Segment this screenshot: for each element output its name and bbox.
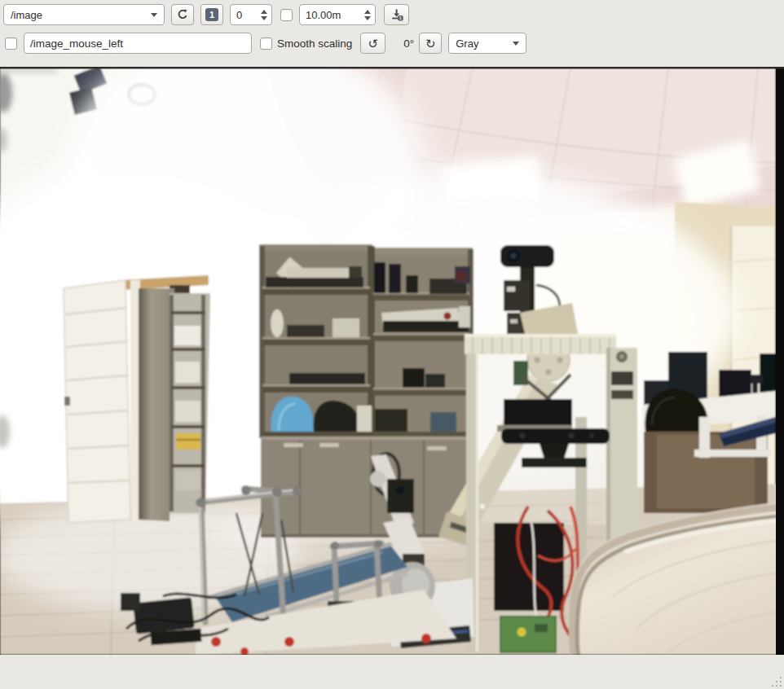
queue-size-value: 0 <box>231 9 258 21</box>
rotate-ccw-icon: ↺ <box>368 37 379 50</box>
spin-arrows[interactable] <box>258 5 271 24</box>
chevron-down-icon <box>151 13 157 17</box>
mouse-topic-input[interactable] <box>24 33 252 54</box>
smooth-scaling-checkbox[interactable] <box>260 37 272 50</box>
max-range-value: 10.00m <box>300 9 362 21</box>
storage-cabinet <box>139 288 174 521</box>
chevron-down-icon <box>513 42 519 46</box>
queue-size-spinbox[interactable]: 0 <box>230 4 272 25</box>
svg-text:1: 1 <box>399 15 402 20</box>
image-topic-dropdown[interactable]: /image <box>3 4 165 25</box>
white-bottle <box>271 309 284 337</box>
storage-rack <box>170 293 210 513</box>
camera-scene <box>0 67 784 655</box>
rotate-cw-button[interactable]: ↻ <box>419 33 442 54</box>
shelf-cabinets <box>261 437 473 538</box>
rotate-cw-icon: ↻ <box>425 37 436 50</box>
green-pcb <box>500 617 556 652</box>
door-handle <box>64 397 70 406</box>
color-scheme-value: Gray <box>449 37 513 50</box>
dynamic-range-checkbox[interactable] <box>280 9 293 21</box>
save-image-icon: 1 <box>390 8 404 22</box>
spin-arrows[interactable] <box>362 5 375 24</box>
rqt-image-view-window: /image 1 0 10.00m <box>0 0 784 689</box>
color-scheme-dropdown[interactable]: Gray <box>448 33 526 54</box>
electronics-box <box>494 523 564 611</box>
status-area <box>0 655 784 689</box>
rotate-ccw-button[interactable]: ↺ <box>360 33 385 54</box>
refresh-topics-button[interactable] <box>171 4 194 25</box>
save-image-button[interactable]: 1 <box>384 4 409 25</box>
snapshot-button[interactable]: 1 <box>200 4 223 25</box>
camera-image-view[interactable] <box>0 67 784 655</box>
letterbox-band <box>776 67 784 655</box>
max-range-spinbox[interactable]: 10.00m <box>299 4 376 25</box>
image-top-edge <box>0 67 784 69</box>
image-topic-value: /image <box>4 9 151 21</box>
smooth-scaling-label: Smooth scaling <box>277 37 352 50</box>
toolbar-row-1: /image 1 0 10.00m <box>3 3 409 26</box>
rotation-angle-label: 0° <box>403 37 414 50</box>
yellow-box <box>176 433 200 450</box>
resize-grip[interactable] <box>770 675 782 687</box>
toolbar-row-2: Smooth scaling ↺ 0° ↻ Gray <box>5 32 526 55</box>
publish-click-checkbox[interactable] <box>5 37 17 50</box>
snapshot-1-icon: 1 <box>205 8 218 21</box>
refresh-icon <box>176 8 189 21</box>
